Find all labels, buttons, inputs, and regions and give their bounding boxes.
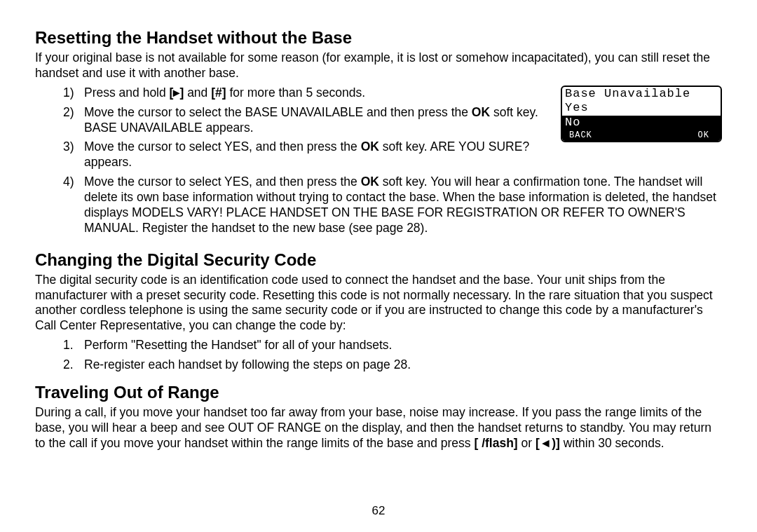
- heading-resetting: Resetting the Handset without the Base: [35, 28, 722, 48]
- ok-label: OK: [361, 139, 379, 154]
- step-number: 1.: [63, 338, 74, 353]
- step-2: 2. Re-register each handset by following…: [63, 357, 722, 373]
- section1-steps-and-figure: Base Unavailable Yes No BACK OK 1) Press…: [35, 86, 722, 240]
- step-text: Move the cursor to select the BASE UNAVA…: [84, 105, 472, 119]
- step-text: and: [184, 86, 211, 100]
- heading-security-code: Changing the Digital Security Code: [35, 250, 722, 270]
- speaker-key-icon: [◄)]: [536, 436, 560, 451]
- step-number: 2): [63, 105, 74, 121]
- step-text: Move the cursor to select YES, and then …: [84, 139, 361, 154]
- step-number: 3): [63, 139, 74, 155]
- step-number: 2.: [63, 357, 74, 373]
- ok-label: OK: [361, 175, 379, 189]
- step-2: 2) Move the cursor to select the BASE UN…: [63, 105, 722, 136]
- hash-key-icon: [#]: [211, 86, 226, 101]
- intro-security-code: The digital security code is an identifi…: [35, 273, 722, 334]
- step-number: 1): [63, 86, 74, 101]
- intro-resetting: If your original base is not available f…: [35, 50, 722, 81]
- talk-flash-key-icon: [ /flash]: [474, 436, 517, 451]
- step-text: Perform "Resetting the Handset" for all …: [84, 338, 392, 352]
- body-text: or: [518, 436, 536, 450]
- step-text: Press and hold: [84, 86, 170, 100]
- step-text: for more than 5 seconds.: [226, 86, 365, 100]
- body-text: within 30 seconds.: [560, 436, 664, 450]
- step-text: Re-register each handset by following th…: [84, 357, 411, 371]
- step-1: 1) Press and hold [▸] and [#] for more t…: [63, 86, 722, 101]
- step-number: 4): [63, 175, 74, 190]
- nav-key-icon: [▸]: [170, 86, 184, 101]
- heading-out-of-range: Traveling Out of Range: [35, 383, 722, 402]
- section2-step-list: 1. Perform "Resetting the Handset" for a…: [35, 338, 722, 373]
- step-3: 3) Move the cursor to select YES, and th…: [63, 139, 722, 170]
- body-out-of-range: During a call, if you move your handset …: [35, 405, 722, 451]
- page-number: 62: [0, 504, 757, 518]
- step-4: 4) Move the cursor to select YES, and th…: [63, 175, 722, 236]
- ok-label: OK: [472, 105, 490, 119]
- step-text: Move the cursor to select YES, and then …: [84, 175, 361, 189]
- section1-step-list: 1) Press and hold [▸] and [#] for more t…: [35, 86, 722, 236]
- step-1: 1. Perform "Resetting the Handset" for a…: [63, 338, 722, 353]
